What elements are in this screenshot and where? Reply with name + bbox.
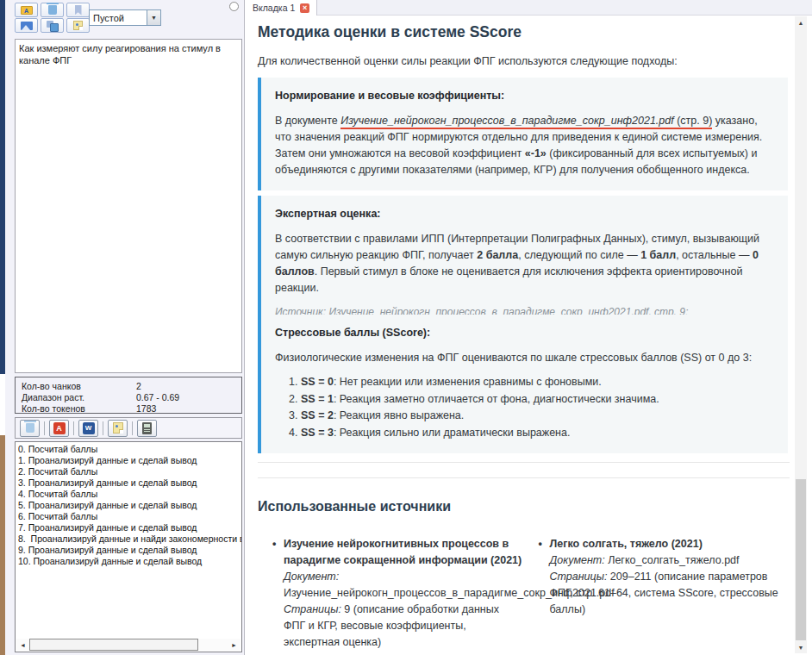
list-item[interactable]: 7. Проанализируй данные и сделай вывод bbox=[18, 522, 241, 533]
callout-normirovanie: Нормирование и весовые коэффициенты: В д… bbox=[258, 78, 788, 190]
callout-body: В документе Изучение_нейрокогн_процессов… bbox=[275, 113, 774, 178]
ss-scale-item: SS = 0: Нет реакции или изменения сравни… bbox=[301, 374, 774, 391]
bookmark-button[interactable] bbox=[66, 3, 90, 17]
right-panel: Вкладка 1 × Методика оценки в системе SS… bbox=[246, 0, 812, 655]
folder-button[interactable]: A bbox=[15, 3, 38, 17]
stat-value: 2 bbox=[136, 381, 141, 392]
delete-button[interactable] bbox=[41, 3, 64, 17]
export-toolbar: A W bbox=[15, 417, 242, 439]
vertical-scrollbar[interactable]: ▲ ▼ bbox=[795, 16, 807, 653]
note-button[interactable] bbox=[66, 18, 90, 33]
delete-chunk-button[interactable] bbox=[20, 420, 40, 437]
divider bbox=[258, 462, 790, 463]
scroll-down-icon[interactable]: ▼ bbox=[795, 641, 807, 653]
query-input[interactable]: Как измеряют силу реагирования на стимул… bbox=[15, 39, 242, 373]
copy-button[interactable] bbox=[41, 18, 64, 33]
toolbar-separator bbox=[103, 421, 103, 435]
source-doc-label: Документ: bbox=[284, 569, 524, 585]
report-icon bbox=[142, 422, 152, 434]
sources-list: Изучение нейрокогнитивных процессов в па… bbox=[258, 536, 790, 651]
source-title: Легко солгать, тяжело (2021) bbox=[550, 536, 790, 552]
chevron-down-icon[interactable]: ▼ bbox=[147, 10, 160, 25]
list-item[interactable]: 6. Посчитай баллы bbox=[18, 511, 241, 522]
toolbar-separator bbox=[44, 421, 45, 435]
trash-icon bbox=[26, 423, 34, 433]
stat-row: Диапазон раст. 0.67 - 0.69 bbox=[22, 392, 241, 403]
source-filename: Изучение_нейрокогн_процессов_в_парадигме… bbox=[284, 585, 524, 602]
stat-label: Диапазон раст. bbox=[22, 392, 136, 403]
list-item[interactable]: 4. Посчитай баллы bbox=[18, 489, 241, 500]
ss-scale-list: SS = 0: Нет реакции или изменения сравни… bbox=[275, 374, 774, 441]
image-icon bbox=[21, 22, 33, 30]
export-pdf-button[interactable]: A bbox=[49, 420, 69, 437]
stat-value: 1783 bbox=[136, 403, 156, 415]
ss-scale-item: SS = 2: Реакция явно выражена. bbox=[301, 408, 774, 425]
preset-dropdown[interactable]: Пустой ▼ bbox=[89, 9, 161, 26]
query-text: Как измеряют силу реагирования на стимул… bbox=[19, 43, 221, 66]
sources-heading: Использованные источники bbox=[258, 499, 451, 515]
scroll-left-icon[interactable]: ◄ bbox=[16, 639, 29, 651]
horizontal-scrollbar[interactable]: ◄ ► bbox=[16, 639, 240, 651]
scrollbar-track[interactable] bbox=[198, 639, 228, 651]
toolbar-separator bbox=[132, 421, 133, 435]
list-item[interactable]: 5. Проанализируй данные и сделай вывод bbox=[18, 500, 241, 511]
intro-paragraph: Для количественной оценки силы реакции Ф… bbox=[258, 53, 678, 70]
word-icon: W bbox=[83, 422, 95, 434]
stats-box: Кол-во чанков 2 Диапазон раст. 0.67 - 0.… bbox=[15, 377, 242, 414]
source-doc-label: Документ: Легко_солгать_тяжело.pdf bbox=[550, 552, 790, 569]
list-item[interactable]: 9. Проанализируй данные и сделай вывод bbox=[18, 545, 241, 556]
toolbar-separator bbox=[73, 421, 74, 435]
preset-dropdown-value: Пустой bbox=[90, 13, 147, 23]
stat-label: Кол-во токенов bbox=[22, 403, 136, 415]
scrollbar-thumb[interactable] bbox=[29, 639, 198, 651]
ss-scale-item: SS = 1: Реакция заметно отличается от фо… bbox=[301, 391, 774, 409]
stat-row: Кол-во чанков 2 bbox=[22, 381, 241, 392]
callout-title: Нормирование и весовые коэффициенты: bbox=[275, 88, 774, 104]
trash-icon bbox=[48, 5, 57, 15]
image-button[interactable] bbox=[15, 18, 38, 33]
source-item: Изучение нейрокогнитивных процессов в па… bbox=[258, 536, 524, 651]
document-view: Методика оценки в системе SScore Для кол… bbox=[246, 16, 812, 655]
folder-icon: A bbox=[21, 6, 33, 15]
left-panel: A Пустой ▼ Как измеряют силу реагировани… bbox=[5, 0, 245, 655]
stat-row: Кол-во токенов 1783 bbox=[22, 403, 241, 415]
scrollbar-thumb[interactable] bbox=[796, 479, 806, 640]
radio-button[interactable] bbox=[229, 2, 239, 11]
scroll-right-icon[interactable]: ► bbox=[228, 639, 240, 651]
sticky-note-button[interactable] bbox=[108, 420, 128, 437]
callout-title: Стрессовые баллы (SScore): bbox=[275, 325, 774, 341]
task-list: 0. Посчитай баллы1. Проанализируй данные… bbox=[16, 442, 241, 638]
source-title: Изучение нейрокогнитивных процессов в па… bbox=[284, 536, 524, 569]
report-button[interactable] bbox=[137, 420, 157, 437]
list-item[interactable]: 1. Проанализируй данные и сделай вывод bbox=[18, 455, 241, 466]
bookmark-icon bbox=[75, 5, 82, 16]
callout-sscore: Стрессовые баллы (SScore): Физиологическ… bbox=[258, 315, 788, 453]
list-item[interactable]: 3. Проанализируй данные и сделай вывод bbox=[18, 477, 241, 489]
list-item[interactable]: 10. Проанализируй данные и сделай вывод bbox=[18, 556, 241, 567]
list-item[interactable]: 8. Проанализируй данные и найди закономе… bbox=[18, 533, 241, 545]
export-word-button[interactable]: W bbox=[78, 420, 98, 437]
divider bbox=[258, 477, 790, 478]
callout-body: В соответствии с правилами ИПП (Интерпре… bbox=[275, 231, 774, 296]
task-list-box: 0. Посчитай баллы1. Проанализируй данные… bbox=[15, 441, 242, 652]
list-item[interactable]: 2. Посчитай баллы bbox=[18, 466, 241, 477]
list-item[interactable]: 0. Посчитай баллы bbox=[18, 444, 241, 455]
stat-label: Кол-во чанков bbox=[22, 381, 136, 392]
page-title: Методика оценки в системе SScore bbox=[258, 23, 522, 41]
note-icon bbox=[113, 422, 123, 434]
copy-icon bbox=[47, 21, 58, 31]
ss-scale-item: SS = 3: Реакция сильно или драматически … bbox=[301, 425, 774, 442]
callout-title: Экспертная оценка: bbox=[275, 206, 774, 222]
tab-bar: Вкладка 1 × bbox=[246, 0, 812, 16]
scroll-up-icon[interactable]: ▲ bbox=[795, 16, 807, 28]
source-pages: Страницы: 9 (описание обработки данных Ф… bbox=[284, 602, 524, 651]
callout-body: Физиологические изменения на ФПГ оценива… bbox=[275, 350, 774, 366]
tab-label: Вкладка 1 bbox=[253, 3, 295, 13]
stat-value: 0.67 - 0.69 bbox=[136, 392, 179, 403]
pdf-icon: A bbox=[53, 422, 66, 434]
note-icon bbox=[73, 21, 83, 30]
tab-vkladka-1[interactable]: Вкладка 1 × bbox=[246, 0, 317, 16]
close-icon[interactable]: × bbox=[300, 3, 309, 13]
